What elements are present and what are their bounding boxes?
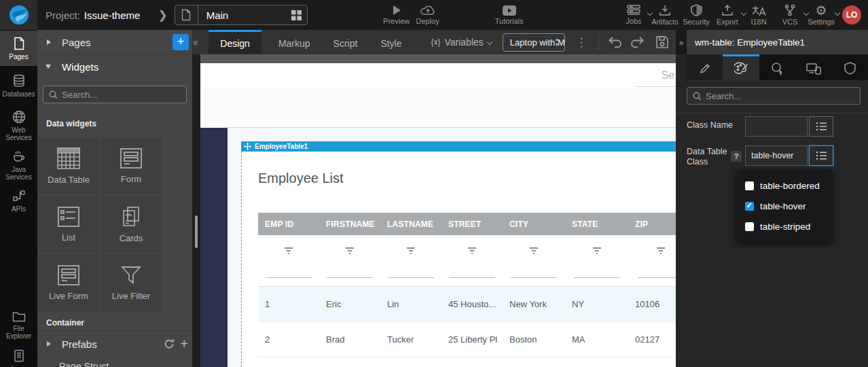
refresh-icon[interactable] (164, 338, 175, 349)
widgets-section-header[interactable]: Widgets (37, 57, 192, 76)
column-filter-input[interactable] (388, 266, 434, 278)
save-button[interactable] (655, 35, 669, 49)
class-name-list-button[interactable] (809, 116, 833, 137)
tab-markup[interactable]: Markup (267, 30, 322, 54)
filter-icon[interactable] (655, 247, 666, 255)
rail-item-file-explorer[interactable]: File Explorer (0, 306, 37, 344)
class-name-label: Class Name (687, 120, 734, 130)
data-table-class-input[interactable] (745, 145, 808, 166)
tool-jobs[interactable]: Jobs (618, 0, 649, 30)
column-header[interactable]: STATE (565, 213, 628, 235)
column-header[interactable]: CITY (503, 213, 565, 235)
tool-export[interactable]: Export (712, 0, 743, 30)
column-filter-input[interactable] (327, 266, 373, 278)
tool-settings[interactable]: ⚙ Settings (806, 0, 837, 30)
page-tab-main[interactable]: Main (175, 5, 308, 25)
filter-icon[interactable] (344, 247, 355, 255)
page-search-truncated-text[interactable]: Se (661, 69, 674, 82)
column-filter-input[interactable] (511, 266, 557, 278)
rail-item-java-services[interactable]: Java Services (0, 147, 37, 184)
user-avatar[interactable]: LO (842, 5, 861, 24)
tab-properties[interactable] (687, 54, 723, 80)
variables-label: Variables (445, 37, 484, 48)
property-search-input[interactable] (706, 91, 842, 101)
widget-search-input[interactable] (62, 90, 170, 100)
widget-tile-live-filter[interactable]: Live Filter (101, 254, 162, 311)
table-row[interactable]: 1 Eric Lin 45 Housto... New York NY 1010… (258, 286, 676, 321)
filter-icon[interactable] (467, 247, 477, 255)
widget-tile-form[interactable]: Form (101, 137, 162, 194)
tab-security[interactable] (832, 54, 868, 80)
filter-icon[interactable] (405, 247, 416, 255)
artifacts-label: Artifacts (651, 18, 679, 26)
deploy-button[interactable]: Deploy (412, 0, 444, 30)
filter-icon[interactable] (528, 247, 539, 255)
tab-design[interactable]: Design (209, 30, 261, 54)
breadcrumb-chevron-icon[interactable]: ❯ (158, 8, 167, 22)
widget-tile-cards[interactable]: Cards (101, 196, 162, 253)
filter-icon[interactable] (283, 247, 294, 255)
page-grid-icon[interactable] (287, 10, 307, 20)
tab-devices[interactable] (795, 54, 831, 80)
collapse-panel-button[interactable]: « (192, 30, 198, 54)
data-table-class-list-button[interactable] (809, 145, 833, 166)
column-header[interactable]: STREET (441, 213, 503, 235)
column-filter-input[interactable] (449, 266, 495, 278)
checkbox-icon[interactable] (745, 222, 754, 231)
tab-style[interactable]: Style (369, 30, 413, 54)
selected-widget-label-bar[interactable]: EmployeeTable1 (241, 141, 676, 152)
add-prefab-button[interactable]: + (180, 338, 188, 350)
tool-vcs[interactable]: VCS (774, 0, 806, 30)
dropdown-option-table-striped[interactable]: table-striped (737, 216, 832, 237)
prefabs-section-header[interactable]: Prefabs + (37, 333, 192, 355)
tab-script[interactable]: Script (322, 30, 369, 54)
class-name-input[interactable] (745, 116, 808, 137)
dropdown-option-table-hover[interactable]: table-hover (737, 196, 832, 216)
widget-tile-list[interactable]: List (38, 196, 99, 253)
pages-section-header[interactable]: Pages (37, 33, 192, 52)
help-icon[interactable]: ? (731, 151, 742, 162)
column-filter-input[interactable] (574, 266, 620, 278)
tool-security[interactable]: Security (681, 0, 712, 30)
device-select[interactable]: Laptop with MDPI Screen ▲▼ (503, 33, 565, 52)
move-handle-icon[interactable] (244, 143, 251, 150)
panel-scrollbar-thumb[interactable] (195, 215, 198, 248)
column-header[interactable]: EMP ID (258, 213, 319, 235)
checkbox-icon[interactable] (745, 202, 754, 211)
tab-events[interactable] (759, 54, 795, 80)
employee-table-widget[interactable]: Employee List EMP ID FIRSTNAME LASTNAME … (242, 152, 676, 367)
variables-button[interactable]: {x} Variables (431, 30, 492, 54)
column-filter-input[interactable] (638, 266, 676, 278)
expand-panel-button[interactable]: » (676, 30, 687, 54)
tutorials-button[interactable]: Tutorials (494, 0, 525, 30)
column-filter-input[interactable] (266, 266, 312, 278)
widget-tile-data-table[interactable]: Data Table (38, 137, 99, 194)
page-structure-label: Page Struct... (59, 361, 117, 367)
column-header[interactable]: LASTNAME (380, 213, 441, 235)
add-page-button[interactable]: + (173, 34, 189, 50)
page-structure-section-header[interactable]: Page Struct... (37, 360, 192, 367)
dropdown-option-table-bordered[interactable]: table-bordered (737, 175, 832, 196)
widget-tile-live-form[interactable]: Live Form (38, 254, 99, 311)
devices-icon (806, 63, 821, 75)
app-logo[interactable] (0, 0, 37, 30)
preview-button[interactable]: Preview (381, 0, 412, 30)
more-options-button[interactable]: ⋮ (576, 35, 587, 50)
tool-i18n[interactable]: I18N (743, 0, 774, 30)
rail-item-databases[interactable]: Databases (0, 67, 37, 105)
table-row[interactable]: 2 Brad Tucker 25 Liberty Pl Boston MA 02… (258, 321, 676, 357)
rail-item-pages[interactable]: Pages (0, 31, 37, 66)
rail-item-web-services[interactable]: Web Services (0, 106, 37, 145)
undo-button[interactable] (608, 36, 623, 48)
checkbox-icon[interactable] (745, 181, 754, 190)
filter-icon[interactable] (592, 247, 602, 255)
rail-item-logs[interactable]: Logs (0, 344, 37, 367)
column-header[interactable]: ZIP (628, 213, 676, 235)
rail-item-apis[interactable]: APIs (0, 185, 37, 216)
tab-styles[interactable] (723, 54, 759, 80)
column-header[interactable]: FIRSTNAME (319, 213, 380, 235)
page-left-nav-strip[interactable] (200, 128, 228, 367)
tool-artifacts[interactable]: Artifacts (649, 0, 681, 30)
redo-button[interactable] (630, 36, 645, 48)
container-group-label: Container (46, 318, 84, 328)
